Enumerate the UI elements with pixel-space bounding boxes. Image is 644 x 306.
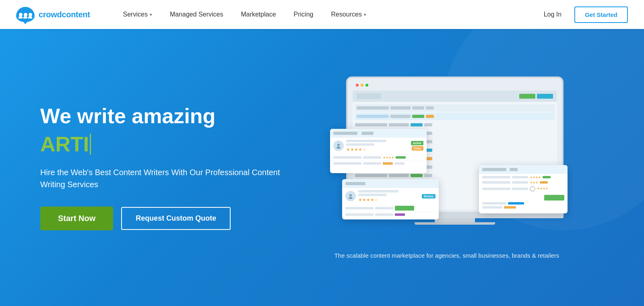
logo-crowd: crowd	[39, 10, 62, 19]
card3-row5	[482, 206, 564, 209]
mini-cell	[482, 202, 506, 205]
mini-cell	[363, 156, 381, 159]
nav-item-pricing[interactable]: Pricing	[285, 0, 322, 29]
logo[interactable]: crowdcontent	[16, 7, 90, 22]
navbar: crowdcontent Services ▾ Managed Services…	[0, 0, 644, 29]
camera-bar	[353, 82, 557, 88]
radio-icon	[530, 186, 535, 192]
table-cell	[424, 174, 432, 177]
mini-cell	[540, 181, 548, 184]
mini-cell	[482, 188, 510, 190]
card3-btn	[544, 195, 564, 201]
table-cell	[424, 123, 432, 126]
mini-cell	[482, 176, 510, 178]
float-card-2-header	[342, 179, 439, 188]
float-card-2: ★★★★☆ Review	[342, 179, 439, 219]
chevron-down-icon: ▾	[150, 12, 152, 17]
start-now-button[interactable]: Start Now	[40, 207, 113, 230]
laptop-illustration: ★★★★☆ Active Order ★★★★	[330, 76, 564, 246]
mini-cell	[512, 176, 528, 178]
nav-pricing-label: Pricing	[294, 11, 314, 18]
nav-item-managed[interactable]: Managed Services	[161, 0, 232, 29]
logo-icon	[16, 7, 35, 22]
screen-buttons	[519, 94, 553, 99]
nav-resources-label: Resources	[331, 11, 361, 18]
card3-row3: ★★★★	[482, 186, 564, 192]
logo-people	[19, 13, 32, 17]
mini-cell	[375, 207, 393, 209]
nav-services-label: Services	[123, 11, 148, 18]
card-header-bar2	[510, 168, 518, 171]
mini-stars: ★★★	[530, 181, 538, 184]
mini-cell	[512, 181, 528, 184]
card3-content: ★★★★ ★★★ ★★★★	[479, 174, 568, 210]
request-quote-button[interactable]: Request Custom Quote	[121, 207, 231, 230]
table-cell	[389, 123, 409, 126]
screen-btn-green	[519, 94, 535, 99]
table-cell	[390, 115, 411, 118]
table-cell	[390, 106, 411, 110]
mini-cell	[395, 213, 405, 216]
card-line	[346, 140, 386, 142]
card-row-1: ★★★★☆ Active Order	[330, 138, 427, 154]
card3-row4	[482, 202, 564, 205]
card3-action	[482, 195, 564, 201]
hero-heading: We write amazing	[40, 105, 290, 128]
mini-cell	[482, 181, 510, 184]
logo-person-3	[29, 13, 32, 17]
card-table-row-4	[342, 212, 439, 217]
card-table-row-1: ★★★★	[330, 155, 427, 161]
hero-right: ★★★★☆ Active Order ★★★★	[290, 76, 604, 259]
screen-search-bar	[357, 93, 381, 99]
table-cell	[412, 115, 424, 118]
card-header-bar2	[361, 132, 374, 135]
svg-point-0	[337, 144, 340, 146]
table-cell	[355, 174, 387, 177]
card-table-row-2	[330, 161, 427, 166]
laptop-foot	[415, 222, 495, 225]
star-rating-1: ★★★★☆	[346, 147, 409, 152]
table-cell	[357, 106, 389, 110]
float-card-3-header	[479, 165, 568, 174]
dot-green	[365, 84, 368, 87]
card-lines-1: ★★★★☆	[346, 140, 409, 152]
nav-right: Log In Get Started	[537, 6, 628, 23]
mini-cell	[345, 207, 374, 209]
get-started-button[interactable]: Get Started	[574, 6, 628, 23]
resources-chevron-icon: ▾	[364, 12, 366, 17]
hero-typed-text: ARTI	[40, 132, 290, 157]
nav-item-marketplace[interactable]: Marketplace	[232, 0, 285, 29]
mini-cell	[508, 202, 524, 205]
table-cell	[411, 123, 423, 126]
mini-cell	[345, 213, 374, 216]
hero-section: We write amazing ARTI Hire the Web's Bes…	[0, 29, 644, 306]
card3-row: ★★★★	[482, 176, 564, 179]
avatar-icon-2	[345, 191, 356, 201]
status-badge-3: Review	[422, 194, 436, 198]
mini-cell	[512, 188, 528, 190]
mini-cell	[383, 162, 393, 165]
nav-links: Services ▾ Managed Services Marketplace …	[114, 0, 537, 29]
avatar-icon-1	[333, 141, 344, 151]
logo-text: crowdcontent	[39, 10, 90, 19]
card-line	[346, 143, 374, 146]
card-header-bar	[482, 168, 506, 171]
nav-item-services[interactable]: Services ▾	[114, 0, 161, 29]
logo-person-2	[24, 13, 27, 17]
mini-stars: ★★★★	[530, 176, 541, 179]
cursor-icon	[90, 134, 91, 155]
table-row	[355, 113, 555, 120]
table-cell	[355, 123, 387, 126]
mini-cell	[363, 162, 381, 165]
logo-content: content	[62, 10, 90, 19]
hero-caption: The scalable content marketplace for age…	[334, 252, 559, 259]
laptop-stand	[435, 218, 475, 222]
login-button[interactable]: Log In	[537, 8, 568, 21]
float-card-1: ★★★★☆ Active Order ★★★★	[330, 129, 427, 173]
hero-buttons: Start Now Request Custom Quote	[40, 207, 290, 230]
table-cell	[426, 115, 434, 118]
action-btn	[395, 206, 414, 211]
nav-item-resources[interactable]: Resources ▾	[322, 0, 375, 29]
mini-cell	[396, 156, 406, 159]
table-cell	[426, 106, 434, 110]
